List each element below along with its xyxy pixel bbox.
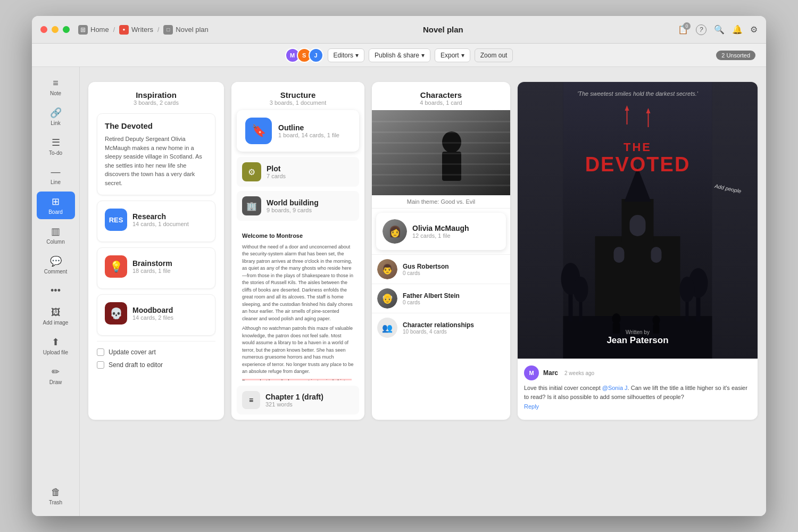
column-label: Column (46, 239, 64, 245)
chapter-icon: ≡ (242, 391, 260, 409)
todo-icon: ☰ (52, 137, 60, 148)
svg-point-32 (612, 313, 621, 324)
research-card[interactable]: RES Research 14 cards, 1 document (97, 201, 215, 242)
sidebar-item-trash[interactable]: 🗑 Trash (37, 483, 75, 510)
cover-title-the: THE (518, 140, 758, 154)
comment-box: M Marc 2 weeks ago Love this initial cov… (518, 359, 758, 416)
zoom-out-button[interactable]: Zoom out (475, 48, 513, 62)
inspiration-column: Inspiration 3 boards, 2 cards The Devote… (88, 82, 224, 420)
characters-header: Characters 4 boards, 1 card (372, 82, 510, 110)
sidebar-item-column[interactable]: ▥ Column (37, 221, 75, 249)
doc-highlight: For one last her, who knows not just a s… (242, 379, 352, 381)
editors-button[interactable]: Editors ▾ (328, 48, 364, 62)
inspiration-header: Inspiration 3 boards, 2 cards (97, 90, 215, 106)
sidebar-item-line[interactable]: — Line (37, 162, 75, 189)
novel-icon: □ (163, 25, 173, 35)
sidebar-item-link[interactable]: 🔗 Link (37, 103, 75, 130)
outline-title: Outline (278, 123, 339, 132)
main-area: ≡ Note 🔗 Link ☰ To-do — Line ⊞ Board ▥ C… (32, 67, 766, 516)
publish-share-button[interactable]: Publish & share ▾ (369, 48, 430, 62)
svg-rect-5 (372, 131, 510, 133)
sidebar-item-upload[interactable]: ⬆ Upload file (37, 332, 75, 360)
worldbuilding-card[interactable]: 🏢 World building 9 boards, 9 cards (237, 191, 359, 221)
worldbuilding-icon: 🏢 (242, 196, 261, 215)
worldbuilding-title: World building (267, 198, 319, 207)
devoted-title: The Devoted (105, 121, 207, 130)
moodboard-icon: 💀 (105, 302, 127, 325)
publish-chevron: ▾ (421, 52, 425, 59)
gus-item[interactable]: 👨 Gus Robertson 0 cards (372, 254, 510, 284)
svg-rect-10 (372, 185, 510, 186)
writers-icon: ● (119, 25, 129, 35)
relationships-item[interactable]: 👥 Character relationships 10 boards, 4 c… (372, 313, 510, 342)
help-icon[interactable]: ? (696, 24, 706, 35)
sidebar-item-todo[interactable]: ☰ To-do (37, 132, 75, 160)
sidebar: ≡ Note 🔗 Link ☰ To-do — Line ⊞ Board ▥ C… (32, 67, 80, 516)
moodboard-card[interactable]: 💀 Moodboard 14 cards, 2 files (97, 294, 215, 336)
maximize-button[interactable] (63, 26, 70, 33)
traffic-lights (40, 26, 70, 33)
plot-card[interactable]: ⚙ Plot 7 cards (237, 157, 359, 187)
board-label: Board (48, 209, 63, 215)
sidebar-item-add-image[interactable]: 🖼 Add image (37, 303, 75, 330)
breadcrumb-home[interactable]: ⊞ Home (78, 25, 109, 35)
research-icon: RES (105, 209, 127, 231)
structure-meta: 3 boards, 1 document (240, 99, 356, 106)
close-button[interactable] (40, 26, 47, 33)
reply-button[interactable]: Reply (524, 403, 751, 410)
add-image-icon: 🖼 (51, 307, 61, 318)
moodboard-title: Moodboard (132, 306, 173, 314)
devoted-text: Retired Deputy Sergeant Olivia McMaugh m… (105, 135, 207, 187)
sidebar-item-draw[interactable]: ✏ Draw (37, 362, 75, 389)
sidebar-item-note[interactable]: ≡ Note (37, 73, 75, 101)
upload-icon: ⬆ (52, 336, 60, 348)
sidebar-item-board[interactable]: ⊞ Board (37, 192, 75, 219)
comment-text: Love this initial cover concept @Sonia J… (524, 384, 751, 401)
inspiration-meta: 3 boards, 2 cards (97, 99, 215, 106)
bell-icon[interactable]: 🔔 (732, 24, 743, 35)
document-area[interactable]: Welcome to Montrose Without the need of … (237, 226, 359, 380)
relationships-name: Character relationships (403, 321, 474, 329)
home-icon: ⊞ (78, 25, 88, 35)
father-meta: 0 cards (403, 300, 460, 305)
characters-meta: 4 boards, 1 card (380, 99, 502, 106)
boards-grid: Inspiration 3 boards, 2 cards The Devote… (88, 82, 758, 420)
page-title: Novel plan (209, 25, 678, 34)
olivia-card[interactable]: 👩 Olivia McMaugh 12 cards, 1 file (376, 213, 506, 250)
export-button[interactable]: Export ▾ (435, 48, 470, 62)
search-icon[interactable]: 🔍 (714, 24, 725, 35)
settings-icon[interactable]: ⚙ (750, 24, 758, 35)
brainstorm-card[interactable]: 💡 Brainstorm 18 cards, 1 file (97, 247, 215, 289)
sidebar-item-more[interactable]: ••• (37, 281, 75, 301)
breadcrumb-novel[interactable]: □ Novel plan (163, 25, 208, 35)
svg-rect-7 (372, 153, 510, 154)
breadcrumb-novel-label: Novel plan (176, 26, 208, 34)
draw-label: Draw (49, 379, 62, 385)
brainstorm-icon: 💡 (105, 255, 127, 278)
chapter-card[interactable]: ≡ Chapter 1 (draft) 321 words (237, 386, 359, 414)
characters-image-svg (372, 110, 510, 195)
link-icon: 🔗 (50, 107, 62, 119)
unsorted-badge[interactable]: 2 Unsorted (716, 51, 755, 60)
the-devoted-card[interactable]: The Devoted Retired Deputy Sergeant Oliv… (97, 113, 215, 195)
relationships-meta: 10 boards, 4 cards (403, 329, 474, 335)
checkbox-2[interactable] (97, 361, 104, 369)
clipboard-icon[interactable]: 📋 0 (678, 24, 688, 35)
characters-column: Characters 4 boards, 1 card (372, 82, 510, 420)
checkbox-1[interactable] (97, 348, 104, 356)
brainstorm-title: Brainstorm (132, 259, 172, 268)
checklist-item-2[interactable]: Send draft to editor (97, 359, 215, 371)
minimize-button[interactable] (52, 26, 59, 33)
comment-author: Marc (543, 369, 558, 377)
checklist-item-1[interactable]: Update cover art (97, 346, 215, 359)
research-title: Research (132, 212, 189, 221)
breadcrumb: ⊞ Home / ● Writers / □ Novel plan (78, 25, 209, 35)
cover-written-by: Written by Jean Paterson (518, 329, 758, 346)
note-icon: ≡ (53, 78, 59, 89)
sidebar-item-comment[interactable]: 💬 Comment (37, 251, 75, 279)
cover-author: Jean Paterson (518, 335, 758, 346)
father-item[interactable]: 👴 Father Albert Stein 0 cards (372, 284, 510, 313)
outline-card[interactable]: 🔖 Outline 1 board, 14 cards, 1 file (237, 110, 359, 152)
svg-rect-6 (372, 142, 510, 144)
breadcrumb-writers[interactable]: ● Writers (119, 25, 153, 35)
